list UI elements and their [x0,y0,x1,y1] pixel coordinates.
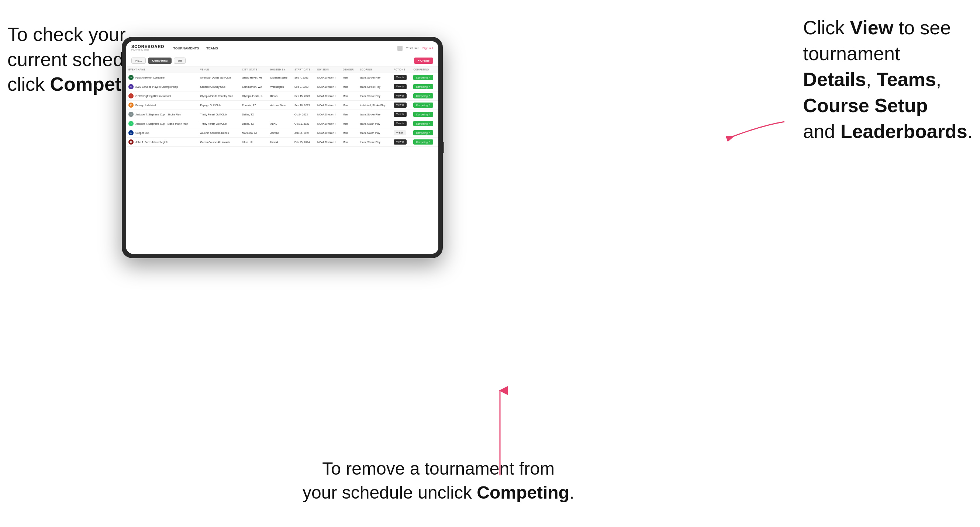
cell-competing[interactable]: Competing [411,110,438,119]
user-icon [398,46,402,51]
competing-button[interactable]: Competing [413,84,433,89]
cell-scoring: team, Match Play [358,119,391,129]
tab-competing[interactable]: Competing [148,57,172,64]
view-button[interactable]: View ⊙ [394,140,407,144]
cell-gender: Men [340,101,358,110]
nav-tournaments[interactable]: TOURNAMENTS [173,46,199,50]
col-venue: VENUE [198,67,240,73]
cell-event-name: W 2023 Sahalee Players Championship [126,82,198,92]
tablet-screen: SCOREBOARD Powered by clippi TOURNAMENTS… [126,41,438,254]
cell-start-date: Jan 14, 2024 [292,129,315,138]
cell-city-state: Grand Haven, MI [240,73,268,82]
competing-button[interactable]: Competing [413,112,433,117]
cell-event-name: I OFCC Fighting Illini Invitational [126,92,198,101]
cell-competing[interactable]: Competing [411,73,438,82]
tab-home[interactable]: Ho... [131,57,146,64]
cell-division: NCAA Division I [315,119,340,129]
cell-gender: Men [340,129,358,138]
cell-start-date: Sep 4, 2023 [292,73,315,82]
cell-gender: Men [340,110,358,119]
cell-start-date: Sep 15, 2023 [292,92,315,101]
team-logo: S [129,75,134,80]
col-city-state: CITY, STATE [240,67,268,73]
toolbar: Ho... Competing All + Create [126,55,438,67]
cell-actions[interactable]: View ⊙ [391,138,411,147]
cell-actions[interactable]: View ⊙ [391,73,411,82]
cell-competing[interactable]: Competing [411,129,438,138]
competing-button[interactable]: Competing [413,75,433,80]
cell-city-state: Olympia Fields, IL [240,92,268,101]
cell-gender: Men [340,138,358,147]
col-actions: ACTIONS [391,67,411,73]
cell-event-name: J Jackson T. Stephens Cup – Men's Match … [126,119,198,129]
cell-competing[interactable]: Competing [411,82,438,92]
competing-button[interactable]: Competing [413,103,433,108]
cell-division: NCAA Division I [315,73,340,82]
cell-venue: American Dunes Golf Club [198,73,240,82]
cell-start-date: Sep 9, 2023 [292,82,315,92]
cell-competing[interactable]: Competing [411,119,438,129]
team-logo: J [129,121,134,126]
cell-actions[interactable]: View ⊙ [391,101,411,110]
nav-links: TOURNAMENTS TEAMS [173,46,218,50]
view-button[interactable]: View ⊙ [394,93,407,98]
team-logo: H [129,140,134,144]
cell-hosted-by: Michigan State [268,73,293,82]
competing-button[interactable]: Competing [413,121,433,126]
cell-start-date: Oct 11, 2023 [292,119,315,129]
tablet: SCOREBOARD Powered by clippi TOURNAMENTS… [122,37,443,258]
arrow-bottom [493,387,508,479]
cell-actions[interactable]: View ⊙ [391,119,411,129]
cell-venue: Trinity Forest Golf Club [198,110,240,119]
edit-button[interactable]: ✏ Edit [394,130,406,135]
nav-teams[interactable]: TEAMS [206,46,218,50]
cell-venue: Olympia Fields Country Club [198,92,240,101]
table-row: W 2023 Sahalee Players Championship Saha… [126,82,438,92]
event-name-text: John A. Burns Intercollegiate [135,141,168,143]
cell-gender: Men [340,82,358,92]
cell-hosted-by: Illinois [268,92,293,101]
cell-division: NCAA Division I [315,92,340,101]
competing-button[interactable]: Competing [413,140,433,144]
cell-scoring: team, Stroke Play [358,82,391,92]
competing-button[interactable]: Competing [413,93,433,98]
cell-city-state: Dallas, TX [240,119,268,129]
cell-actions[interactable]: View ⊙ [391,110,411,119]
cell-venue: Sahalee Country Club [198,82,240,92]
cell-gender: Men [340,73,358,82]
cell-venue: Ak-Chin Southern Dunes [198,129,240,138]
view-button[interactable]: View ⊙ [394,112,407,117]
table-body: S Folds of Honor Collegiate American Dun… [126,73,438,147]
view-button[interactable]: View ⊙ [394,103,407,108]
create-button[interactable]: + Create [414,57,433,64]
signout-link[interactable]: Sign out [423,46,433,50]
cell-competing[interactable]: Competing [411,101,438,110]
cell-hosted-by [268,110,293,119]
tournament-table-container: EVENT NAME VENUE CITY, STATE HOSTED BY S… [126,67,438,254]
competing-button[interactable]: Competing [413,130,433,135]
team-logo: I [129,93,134,98]
team-logo: W [129,84,134,89]
header-right: Test User Sign out [398,46,433,51]
cell-gender: Men [340,92,358,101]
scoreboard-logo: SCOREBOARD Powered by clippi [131,44,164,51]
cell-hosted-by: Arizona State [268,101,293,110]
cell-competing[interactable]: Competing [411,92,438,101]
cell-scoring: team, Stroke Play [358,73,391,82]
cell-event-name: H John A. Burns Intercollegiate [126,138,198,147]
team-logo: P [129,103,134,108]
col-start-date: START DATE [292,67,315,73]
col-competing: COMPETING [411,67,438,73]
tab-all[interactable]: All [174,57,186,64]
view-button[interactable]: View ⊙ [394,84,407,89]
cell-actions[interactable]: View ⊙ [391,92,411,101]
cell-actions[interactable]: ✏ Edit [391,129,411,138]
event-name-text: Jackson T. Stephens Cup – Stroke Play [135,113,181,116]
table-row: S Folds of Honor Collegiate American Dun… [126,73,438,82]
view-button[interactable]: View ⊙ [394,75,407,80]
col-event-name: EVENT NAME [126,67,198,73]
cell-competing[interactable]: Competing [411,138,438,147]
cell-actions[interactable]: View ⊙ [391,82,411,92]
view-button[interactable]: View ⊙ [394,121,407,126]
cell-scoring: individual, Stroke Play [358,101,391,110]
